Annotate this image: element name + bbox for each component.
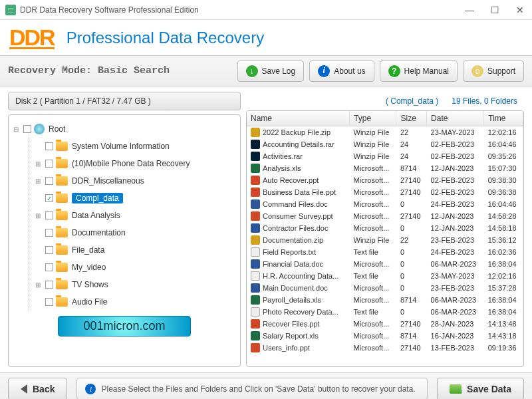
tree-node[interactable]: My_video <box>33 259 237 276</box>
file-row[interactable]: Financial Data.docMicrosoft...006-MAR-20… <box>247 258 523 270</box>
col-size[interactable]: Size <box>396 111 427 126</box>
tree-node[interactable]: System Volume Information <box>33 138 237 155</box>
maximize-button[interactable]: ☐ <box>488 5 501 15</box>
checkbox[interactable] <box>45 263 53 271</box>
checkbox[interactable] <box>45 160 53 168</box>
folder-icon <box>56 176 68 186</box>
file-row[interactable]: Contractor Files.docMicrosoft...012-JAN-… <box>247 222 523 234</box>
file-icon <box>251 211 260 221</box>
save-log-button[interactable]: ↓Save Log <box>237 61 305 82</box>
drive-icon <box>34 124 45 134</box>
tree-node[interactable]: ⊞Data Analysis <box>33 207 237 224</box>
file-row[interactable]: Business Data File.pptMicrosoft...271400… <box>247 186 523 198</box>
file-row[interactable]: Documentation.zipWinzip File2223-FEB-202… <box>247 234 523 246</box>
expander-icon[interactable]: ⊟ <box>11 126 21 133</box>
about-us-button[interactable]: iAbout us <box>309 61 374 82</box>
tree-root[interactable]: ⊟ Root <box>11 120 237 138</box>
file-row[interactable]: Payroll_details.xlsMicrosoft...871406-MA… <box>247 294 523 306</box>
folder-icon <box>56 280 68 289</box>
col-type[interactable]: Type <box>350 111 396 126</box>
tree-node[interactable]: ✓Compl_data <box>33 190 237 207</box>
recovery-mode-label: Recovery Mode: Basic Search <box>8 65 232 76</box>
help-manual-button[interactable]: ?Help Manual <box>380 61 458 82</box>
file-row[interactable]: H.R. Accounting Data...Text file023-MAY-… <box>247 270 523 282</box>
file-name: Salary Report.xls <box>263 332 319 340</box>
file-row[interactable]: Field Reports.txtText file024-FEB-202316… <box>247 246 523 258</box>
file-row[interactable]: Auto Recover.pptMicrosoft...2714002-FEB-… <box>247 174 523 186</box>
checkbox[interactable] <box>45 246 53 254</box>
app-title: Professional Data Recovery <box>66 29 264 47</box>
folder-icon <box>56 194 68 203</box>
tree-label: Root <box>49 124 65 134</box>
checkbox[interactable] <box>23 125 31 133</box>
file-row[interactable]: Salary Report.xlsMicrosoft...871416-JAN-… <box>247 330 523 342</box>
arrow-left-icon <box>21 384 27 394</box>
tree-label: Compl_data <box>72 193 123 203</box>
file-size: 27140 <box>396 174 427 186</box>
file-type: Microsoft... <box>350 186 396 198</box>
file-type: Winzip File <box>350 234 396 246</box>
expander-icon[interactable]: ⊞ <box>33 160 43 168</box>
file-icon <box>251 271 260 281</box>
file-row[interactable]: Activities.rarWinzip File2402-FEB-202309… <box>247 150 523 162</box>
file-time: 14:13:48 <box>484 318 523 330</box>
file-row[interactable]: Recover Files.pptMicrosoft...2714028-JAN… <box>247 318 523 330</box>
file-list[interactable]: Name Type Size Date Time 2022 Backup Fil… <box>246 110 524 367</box>
checkbox[interactable] <box>45 298 53 306</box>
tree-node[interactable]: File_data <box>33 241 237 259</box>
window-title: DDR Data Recovery Software Professional … <box>20 5 463 15</box>
checkbox[interactable]: ✓ <box>45 194 53 202</box>
tree-node[interactable]: ⊞(10)Mobile Phone Data Recovery <box>33 155 237 172</box>
file-time: 12:02:16 <box>484 270 523 282</box>
tree-label: Data Analysis <box>72 211 120 220</box>
col-date[interactable]: Date <box>427 111 484 126</box>
tree-node[interactable]: Audio File <box>33 293 237 311</box>
tree-label: DDR_Miscellaneous <box>72 176 144 186</box>
save-data-button[interactable]: Save Data <box>437 378 524 400</box>
expander-icon[interactable]: ⊞ <box>33 281 43 289</box>
file-row[interactable]: Command Files.docMicrosoft...024-FEB-202… <box>247 198 523 210</box>
micron-banner[interactable]: 001micron.com <box>58 316 191 336</box>
tree-node[interactable]: ⊞TV Shows <box>33 276 237 293</box>
back-button[interactable]: Back <box>8 378 67 400</box>
file-row[interactable]: Analysis.xlsMicrosoft...871412-JAN-20231… <box>247 162 523 174</box>
app-header: DDR Professional Data Recovery <box>0 20 532 56</box>
checkbox[interactable] <box>45 177 53 185</box>
tree-label: Audio File <box>72 297 107 307</box>
file-type: Microsoft... <box>350 330 396 342</box>
file-row[interactable]: Photo Recovery Data...Text file006-MAR-2… <box>247 306 523 318</box>
col-name[interactable]: Name <box>247 111 350 126</box>
checkbox[interactable] <box>45 211 53 219</box>
file-row[interactable]: Accounting Details.rarWinzip File2402-FE… <box>247 138 523 150</box>
expander-icon[interactable]: ⊞ <box>33 212 43 219</box>
file-time: 09:38:30 <box>484 174 523 186</box>
file-row[interactable]: Consumer Survey.pptMicrosoft...2714012-J… <box>247 210 523 222</box>
toolbar: Recovery Mode: Basic Search ↓Save Log iA… <box>0 56 532 86</box>
file-size: 24 <box>396 150 427 162</box>
file-type: Winzip File <box>350 126 396 139</box>
file-name: Auto Recover.ppt <box>263 176 319 184</box>
file-date: 23-FEB-2023 <box>427 282 484 294</box>
file-row[interactable]: Users_info.pptMicrosoft...2714013-FEB-20… <box>247 342 523 354</box>
file-row[interactable]: 2022 Backup File.zipWinzip File2223-MAY-… <box>247 126 523 139</box>
file-row[interactable]: Main Document.docMicrosoft...023-FEB-202… <box>247 282 523 294</box>
checkbox[interactable] <box>45 281 53 289</box>
checkbox[interactable] <box>45 142 53 150</box>
file-name: Financial Data.doc <box>263 260 323 268</box>
file-type: Winzip File <box>350 150 396 162</box>
checkbox[interactable] <box>45 229 53 237</box>
close-button[interactable]: ✕ <box>513 5 527 15</box>
file-time: 16:38:04 <box>484 306 523 318</box>
support-button[interactable]: ☺Support <box>463 61 524 82</box>
tree-node[interactable]: Documentation <box>33 224 237 241</box>
col-time[interactable]: Time <box>484 111 523 126</box>
folder-tree[interactable]: ⊟ Root System Volume Information⊞(10)Mob… <box>8 114 241 367</box>
file-name: 2022 Backup File.zip <box>263 128 331 136</box>
file-type: Text file <box>350 246 396 258</box>
tree-label: My_video <box>72 263 106 272</box>
file-size: 24 <box>396 138 427 150</box>
expander-icon[interactable]: ⊞ <box>33 178 43 185</box>
minimize-button[interactable]: — <box>463 5 476 15</box>
tree-node[interactable]: ⊞DDR_Miscellaneous <box>33 172 237 190</box>
file-name: Field Reports.txt <box>263 248 316 256</box>
